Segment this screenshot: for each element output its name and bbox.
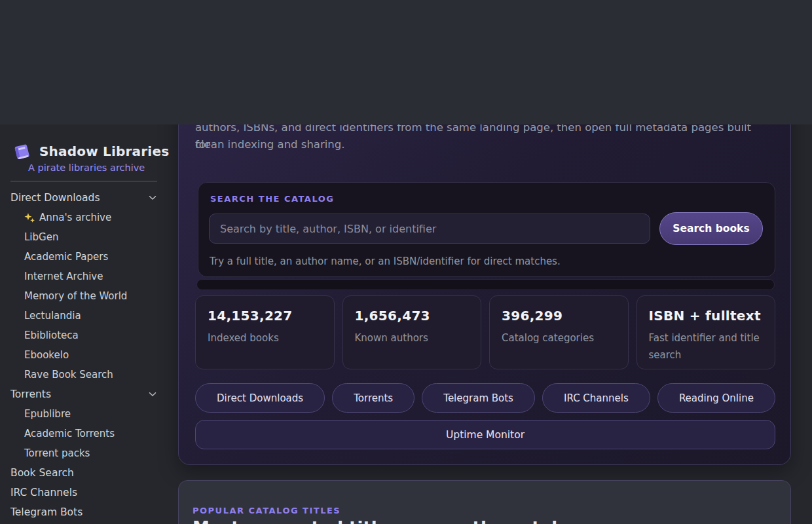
stat-label: Fast identifier and title search — [649, 329, 764, 364]
brand-subtitle: A pirate libraries archive — [28, 162, 145, 173]
quick-link-irc-channels[interactable]: IRC Channels — [542, 383, 650, 413]
intro-text-line: clean indexing and sharing. — [195, 136, 765, 153]
uptime-monitor-button[interactable]: Uptime Monitor — [195, 420, 775, 449]
sidebar-item-academic-papers[interactable]: Academic Papers — [0, 247, 170, 267]
search-input[interactable] — [209, 214, 650, 244]
stat-value: 14,153,227 — [208, 308, 322, 324]
sidebar-item-book-search[interactable]: Book Search — [0, 463, 170, 483]
stats-row: 14,153,227 Indexed books 1,656,473 Known… — [195, 295, 775, 369]
stat-card-known-authors: 1,656,473 Known authors — [342, 295, 482, 369]
quick-link-reading-online[interactable]: Reading Online — [657, 383, 775, 413]
sidebar-item-internet-archive[interactable]: Internet Archive — [0, 267, 170, 286]
stat-value: 396,299 — [502, 308, 616, 324]
search-card-title: SEARCH THE CATALOG — [210, 194, 334, 204]
popular-titles-label: POPULAR CATALOG TITLES — [193, 506, 341, 515]
stat-card-catalog-categories: 396,299 Catalog categories — [489, 295, 629, 369]
popular-titles-card: POPULAR CATALOG TITLES Most requested ti… — [178, 480, 791, 524]
search-hint: Try a full title, an author name, or an … — [210, 255, 561, 267]
brand: Shadow Libraries — [12, 141, 169, 161]
sidebar-item-ebiblioteca[interactable]: Ebiblioteca — [0, 326, 170, 345]
quick-link-direct-downloads[interactable]: Direct Downloads — [195, 383, 325, 413]
sidebar-item-academic-torrents[interactable]: Academic Torrents — [0, 424, 170, 443]
stat-label: Known authors — [355, 329, 470, 346]
sparkles-icon — [24, 212, 35, 223]
quick-link-telegram-bots[interactable]: Telegram Bots — [422, 383, 535, 413]
search-card: SEARCH THE CATALOG Search books Try a fu… — [198, 182, 775, 277]
sidebar-nav: Direct Downloads Anna's archive LibGen A… — [0, 188, 170, 522]
quick-link-torrents[interactable]: Torrents — [332, 383, 415, 413]
quick-links-row: Direct Downloads Torrents Telegram Bots … — [195, 383, 775, 413]
stat-card-indexed-books: 14,153,227 Indexed books — [195, 295, 335, 369]
sidebar-item-torrents[interactable]: Torrents — [0, 384, 170, 404]
sidebar-item-irc-channels[interactable]: IRC Channels — [0, 483, 170, 502]
top-header-bar — [0, 0, 812, 124]
sidebar-item-rave-book-search[interactable]: Rave Book Search — [0, 365, 170, 384]
stat-card-isbn-fulltext: ISBN + fulltext Fast identifier and titl… — [637, 295, 776, 369]
hero-panel: authors, ISBNs, and direct identifiers f… — [178, 66, 791, 465]
sidebar-item-telegram-bots[interactable]: Telegram Bots — [0, 502, 170, 522]
sidebar-item-libgen[interactable]: LibGen — [0, 227, 170, 247]
stat-label: Indexed books — [208, 329, 322, 346]
stat-value: ISBN + fulltext — [649, 308, 764, 324]
search-books-button[interactable]: Search books — [659, 212, 763, 245]
sidebar-item-lectulandia[interactable]: Lectulandia — [0, 306, 170, 326]
status-progress-bar — [196, 279, 775, 290]
book-logo-icon — [12, 141, 31, 161]
sidebar-item-epublibre[interactable]: Epublibre — [0, 404, 170, 424]
chevron-down-icon — [149, 195, 157, 200]
stat-label: Catalog categories — [502, 329, 616, 346]
chevron-down-icon — [149, 392, 157, 397]
popular-titles-heading: Most requested titles across the catalog — [193, 518, 581, 524]
sidebar-item-ebookelo[interactable]: Ebookelo — [0, 345, 170, 365]
stat-value: 1,656,473 — [355, 308, 470, 324]
sidebar-item-torrent-packs[interactable]: Torrent packs — [0, 443, 170, 463]
sidebar-item-memory-of-the-world[interactable]: Memory of the World — [0, 286, 170, 306]
sidebar-item-direct-downloads[interactable]: Direct Downloads — [0, 188, 170, 208]
brand-title: Shadow Libraries — [39, 143, 169, 159]
sidebar-item-annas-archive[interactable]: Anna's archive — [0, 208, 170, 227]
sidebar-divider — [10, 181, 157, 181]
